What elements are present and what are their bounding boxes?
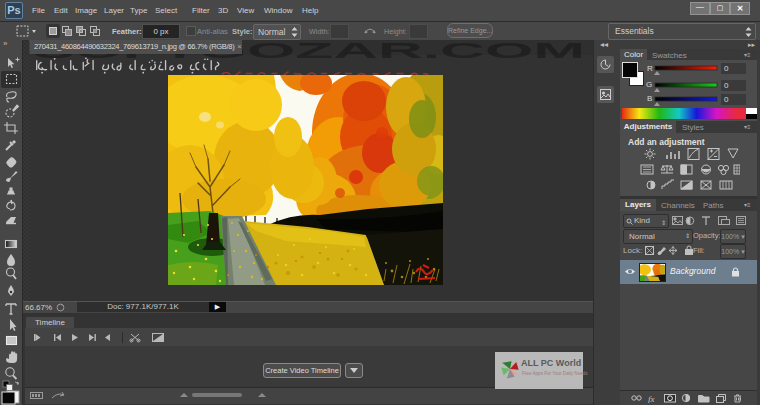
svg-text:fx: fx — [648, 394, 655, 404]
